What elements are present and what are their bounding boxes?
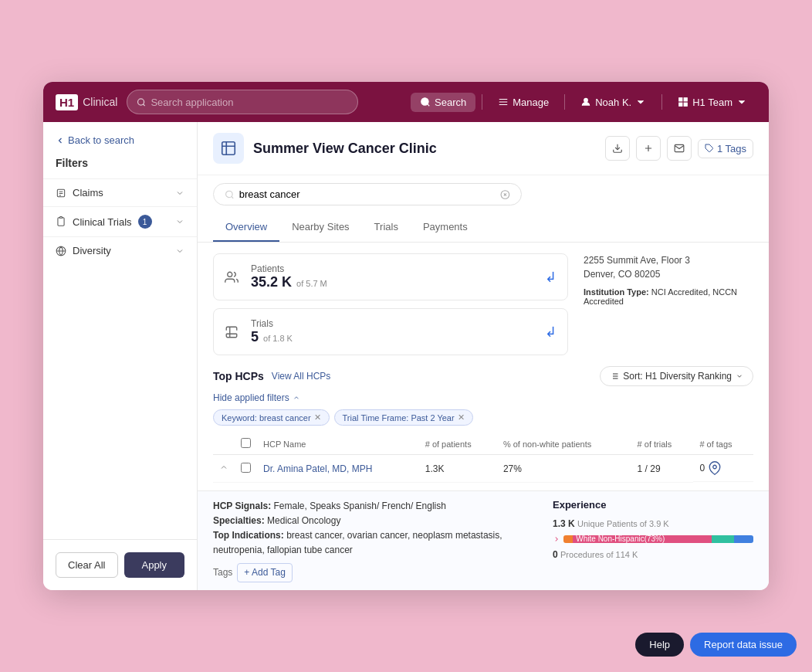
svg-point-37 [713,466,717,470]
trials-stat-card: Trials 5 of 1.8 K ↲ [213,308,568,355]
svg-line-1 [144,104,145,106]
content-left: Patients 35.2 K of 5.7 M ↲ [213,253,568,355]
nav-search[interactable]: Search [411,93,475,112]
search-circle-icon [225,189,235,200]
institution-type: Institution Type: NCI Accredited, NCCN A… [584,287,753,306]
svg-line-3 [428,104,430,107]
claims-icon [56,188,66,199]
filter-clinical-trials[interactable]: Clinical Trials 1 [43,206,197,236]
add-tag-button[interactable]: + Add Tag [237,563,293,582]
tags-button[interactable]: 1 Tags [698,139,753,158]
back-link[interactable]: Back to search [43,134,197,157]
trials-sub: of 1.8 K [263,334,293,343]
unique-patients-row: 1.3 K Unique Patients of 3.9 K [553,517,753,531]
right-panel: Summer View Cancer Clinic 1 Tags [198,122,769,589]
filter-claims[interactable]: Claims [43,178,197,206]
filter-tag-trial-time-label: Trial Time Frame: Past 2 Year [343,413,455,423]
nav-user[interactable]: Noah K. [571,93,655,112]
tab-payments[interactable]: Payments [411,213,480,242]
progress-white-label: White Non-Hispanic(73%) [573,535,668,543]
view-all-hcps-link[interactable]: View All HCPs [272,371,330,382]
filter-claims-label: Claims [73,187,103,199]
tab-trials[interactable]: Trials [362,213,411,242]
experience-title: Experience [553,499,753,511]
app-search-input[interactable] [151,97,348,108]
filter-tag-keyword[interactable]: Keyword: breast cancer ✕ [213,409,330,426]
nav-team[interactable]: H1 Team [668,93,756,112]
chevron-trials-icon [175,217,184,226]
back-arrow-icon [56,136,65,145]
svg-point-2 [421,98,428,105]
hide-applied-filters-toggle[interactable]: Hide applied filters [213,392,753,403]
clear-search-icon[interactable] [500,189,510,200]
signals-line: HCP Signals: Female, Speaks Spanish/ Fre… [213,499,537,514]
tab-nearby-sites[interactable]: Nearby Sites [279,213,361,242]
tabs: Overview Nearby Sites Trials Payments [198,213,769,243]
filter-clinical-trials-badge: 1 [138,215,152,229]
row-trials: 1 / 29 [631,455,694,483]
filters-title: Filters [43,157,197,178]
nav-manage[interactable]: Manage [489,93,558,112]
sort-label: Sort: H1 Diversity Ranking [623,371,732,382]
row-checkbox-cell [235,455,257,483]
hcps-title: Top HCPs [213,370,264,382]
patients-value: 35.2 K [251,274,292,290]
table-row: Dr. Amina Patel, MD, MPH 1.3K 27% 1 / 29… [213,455,753,483]
apply-button[interactable]: Apply [124,552,185,578]
filter-tag-keyword-label: Keyword: breast cancer [222,413,311,423]
arrow-right-icon [553,535,560,543]
help-button[interactable]: Help [635,633,684,657]
svg-rect-10 [679,103,682,106]
patients-arrow-icon[interactable]: ↲ [545,269,557,286]
row-chevron[interactable] [213,455,235,483]
patients-sub: of 5.7 M [296,279,327,288]
app-search-bar[interactable] [127,90,358,114]
hcp-name-link[interactable]: Dr. Amina Patel, MD, MPH [263,463,372,474]
tab-overview[interactable]: Overview [213,213,279,242]
sort-diversity-button[interactable]: Sort: H1 Diversity Ranking [600,366,753,386]
row-hcp-name: Dr. Amina Patel, MD, MPH [257,455,419,483]
email-button[interactable] [667,136,692,161]
nav-divider2 [564,94,565,110]
download-button[interactable] [605,136,630,161]
clear-all-button[interactable]: Clear All [56,552,118,578]
filter-tag-trial-time-remove[interactable]: ✕ [458,412,465,423]
nav-divider3 [661,94,662,110]
row-patients: 1.3K [419,455,497,483]
clinic-address: 2255 Summit Ave, Floor 3 Denver, CO 8020… [584,253,753,281]
chevron-up-icon [293,394,300,402]
svg-point-7 [584,99,588,103]
filter-diversity[interactable]: Diversity [43,236,197,264]
table-col-checkbox [235,433,257,455]
trials-arrow-icon[interactable]: ↲ [545,324,557,341]
chevron-claims-icon [175,188,184,198]
trials-icon [225,325,239,339]
table-col-chevron [213,433,235,455]
svg-rect-11 [684,103,687,106]
hcp-experience-panel: Experience 1.3 K Unique Patients of 3.9 … [553,499,753,582]
filter-tag-keyword-remove[interactable]: ✕ [314,412,321,423]
main-content: Back to search Filters Claims Clinical T… [43,122,769,589]
add-button[interactable] [636,136,661,161]
progress-bar: White Non-Hispanic(73%) [563,535,753,543]
row-checkbox[interactable] [241,463,251,473]
table-header-tags: # of tags [693,433,753,455]
select-all-checkbox[interactable] [241,438,251,448]
svg-rect-18 [222,142,235,155]
grid-icon [678,97,689,107]
clinic-actions: 1 Tags [605,136,753,161]
tags-count: 1 Tags [717,143,746,154]
report-data-issue-button[interactable]: Report data issue [690,633,797,657]
clinic-search-wrapper[interactable] [213,183,522,205]
clinic-name: Summer View Cancer Clinic [253,141,596,157]
content-right: 2255 Summit Ave, Floor 3 Denver, CO 8020… [584,253,753,355]
location-pin-icon[interactable] [708,461,722,475]
row-tags: 0 [693,455,753,482]
sidebar-actions: Clear All Apply [43,539,197,590]
clinic-search-input[interactable] [239,188,500,200]
filter-tag-trial-time[interactable]: Trial Time Frame: Past 2 Year ✕ [334,409,473,426]
indications-line: Top Indications: breast cancer, ovarian … [213,528,537,558]
filter-tags-row: Keyword: breast cancer ✕ Trial Time Fram… [213,409,753,426]
sort-icon [610,372,619,381]
clinic-search-section [198,175,769,213]
